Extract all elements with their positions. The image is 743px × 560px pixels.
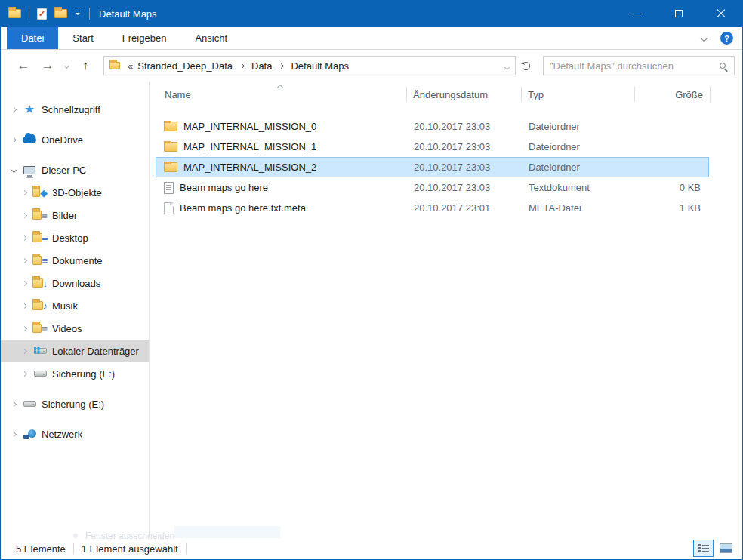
quick-access-star-icon: ★	[22, 103, 37, 116]
chevron-right-icon[interactable]	[19, 236, 29, 240]
file-size: 1 KB	[636, 202, 705, 214]
maximize-button[interactable]	[658, 0, 700, 27]
chevron-right-icon[interactable]	[19, 327, 29, 331]
qat-customize-caret-icon[interactable]	[75, 11, 82, 17]
tab-ansicht[interactable]: Ansicht	[180, 27, 242, 49]
folder-videos-icon: ▥	[32, 322, 48, 335]
back-button[interactable]: ←	[11, 58, 35, 73]
details-view-button[interactable]	[693, 540, 714, 557]
file-type: Dateiordner	[523, 141, 636, 152]
ribbon-tabs: DateiStartFreigebenAnsicht	[7, 27, 242, 49]
chevron-right-icon[interactable]	[19, 191, 29, 195]
up-button[interactable]: ↑	[73, 59, 97, 72]
file-row-map-internal-mission-1[interactable]: MAP_INTERNAL_MISSION_120.10.2017 23:03Da…	[156, 137, 709, 157]
tab-datei[interactable]: Datei	[7, 27, 58, 49]
file-list-pane: NameÄnderungsdatumTypGröße MAP_INTERNAL_…	[150, 82, 742, 537]
file-size: 0 KB	[636, 182, 705, 193]
sidebar-item-musik[interactable]: ♪Musik	[1, 294, 149, 317]
file-row-map-internal-mission-0[interactable]: MAP_INTERNAL_MISSION_020.10.2017 23:03Da…	[156, 116, 709, 137]
tab-freigeben[interactable]: Freigeben	[108, 27, 181, 49]
chevron-right-icon[interactable]	[19, 372, 29, 376]
sidebar-item-netzwerk[interactable]: Netzwerk	[1, 423, 149, 445]
folder-documents-icon: ≡	[32, 254, 48, 267]
chevron-right-icon[interactable]	[19, 259, 29, 263]
refresh-button[interactable]	[516, 56, 535, 75]
file-row-beam-maps-go-here-txt-meta[interactable]: Beam maps go here.txt.meta20.10.2017 23:…	[156, 198, 709, 218]
chevron-right-icon[interactable]	[8, 402, 19, 406]
file-type: Dateiordner	[523, 162, 636, 173]
breadcrumb-segment-default-maps[interactable]: Default Maps	[291, 60, 349, 72]
qat-separator	[89, 8, 90, 20]
properties-check-icon[interactable]	[37, 8, 47, 20]
expand-ribbon-chevron-icon[interactable]	[701, 35, 708, 42]
chevron-right-icon[interactable]	[8, 108, 19, 112]
drive-icon	[22, 398, 37, 411]
sidebar-item-bilder[interactable]: ▦Bilder	[1, 204, 149, 226]
navigation-pane: ★SchnellzugriffOneDriveDieser PC◆3D-Obje…	[1, 82, 150, 537]
sidebar-item-downloads[interactable]: ↓Downloads	[1, 272, 149, 294]
chevron-right-icon[interactable]	[19, 349, 29, 353]
chevron-down-icon[interactable]	[8, 168, 19, 172]
breadcrumb-separator-icon	[239, 63, 245, 68]
sidebar-item-3d-objekte[interactable]: ◆3D-Objekte	[1, 181, 149, 204]
sidebar-item-label: Dokumente	[52, 255, 102, 266]
sidebar-item-sicherung-e[interactable]: Sicherung (E:)	[1, 362, 149, 385]
file-name: MAP_INTERNAL_MISSION_0	[183, 121, 316, 132]
minimize-button[interactable]	[615, 0, 658, 27]
file-type: Dateiordner	[523, 121, 636, 132]
chevron-right-icon[interactable]	[19, 214, 29, 217]
file-row-beam-maps-go-here[interactable]: Beam maps go here20.10.2017 23:03Textdok…	[156, 177, 709, 198]
column-header-änderungsdatum[interactable]: Änderungsdatum	[407, 82, 522, 107]
chevron-right-icon[interactable]	[8, 432, 19, 436]
address-dropdown-chevron-icon[interactable]	[505, 60, 509, 72]
sidebar-item-dieser-pc[interactable]: Dieser PC	[1, 158, 149, 181]
tab-start[interactable]: Start	[58, 27, 107, 49]
folder-downloads-icon: ↓	[32, 277, 48, 290]
main-content: ★SchnellzugriffOneDriveDieser PC◆3D-Obje…	[1, 82, 742, 537]
drive-icon	[32, 368, 48, 380]
new-folder-icon[interactable]	[54, 9, 67, 18]
column-header-name[interactable]: Name	[150, 82, 407, 107]
breadcrumb-overflow[interactable]: «	[128, 60, 133, 72]
column-header-größe[interactable]: Größe	[635, 82, 711, 107]
sidebar-item-label: Bilder	[52, 210, 77, 221]
sidebar-item-schnellzugriff[interactable]: ★Schnellzugriff	[1, 98, 149, 121]
column-header-typ[interactable]: Typ	[522, 82, 635, 107]
window-title: Default Maps	[99, 8, 157, 20]
this-pc-icon	[22, 164, 37, 177]
sidebar-item-desktop[interactable]: ▬Desktop	[1, 226, 149, 249]
breadcrumb: Stranded_Deep_DataDataDefault Maps	[137, 60, 349, 72]
sidebar-item-sicherung-e[interactable]: Sicherung (E:)	[1, 392, 149, 415]
search-box[interactable]: "Default Maps" durchsuchen	[543, 56, 735, 75]
sidebar-item-lokaler-datenträger[interactable]: Lokaler Datenträger	[1, 340, 149, 362]
forward-button[interactable]: →	[35, 58, 60, 73]
sidebar-item-label: Videos	[52, 323, 82, 334]
file-row-map-internal-mission-2[interactable]: MAP_INTERNAL_MISSION_220.10.2017 23:03Da…	[156, 157, 709, 177]
text-file-icon	[164, 182, 174, 194]
thumbnail-view-button[interactable]	[716, 540, 736, 557]
breadcrumb-segment-data[interactable]: Data	[251, 60, 272, 72]
address-folder-icon	[109, 62, 120, 69]
column-header-row: NameÄnderungsdatumTypGröße	[150, 82, 742, 107]
chevron-right-icon[interactable]	[8, 138, 19, 142]
help-button[interactable]: ?	[720, 32, 733, 45]
chevron-right-icon[interactable]	[19, 282, 29, 285]
search-input[interactable]: "Default Maps" durchsuchen	[550, 60, 720, 72]
system-drive-icon	[32, 345, 48, 358]
window-controls	[615, 0, 742, 27]
status-divider	[73, 543, 74, 555]
recent-locations-chevron-icon[interactable]	[60, 64, 73, 68]
status-divider	[186, 543, 187, 555]
sidebar-item-videos[interactable]: ▥Videos	[1, 317, 149, 340]
item-count: 5 Elemente	[16, 543, 66, 555]
breadcrumb-segment-stranded-deep-data[interactable]: Stranded_Deep_Data	[137, 60, 233, 72]
close-button[interactable]	[700, 0, 742, 27]
file-name: Beam maps go here	[180, 182, 268, 193]
explorer-folder-icon	[8, 9, 21, 18]
sidebar-item-dokumente[interactable]: ≡Dokumente	[1, 249, 149, 272]
sidebar-item-onedrive[interactable]: OneDrive	[1, 128, 149, 151]
thumbnail-view-icon	[720, 543, 732, 553]
file-date: 20.10.2017 23:03	[408, 121, 523, 132]
chevron-right-icon[interactable]	[19, 304, 29, 308]
address-bar[interactable]: « Stranded_Deep_DataDataDefault Maps	[103, 56, 516, 75]
